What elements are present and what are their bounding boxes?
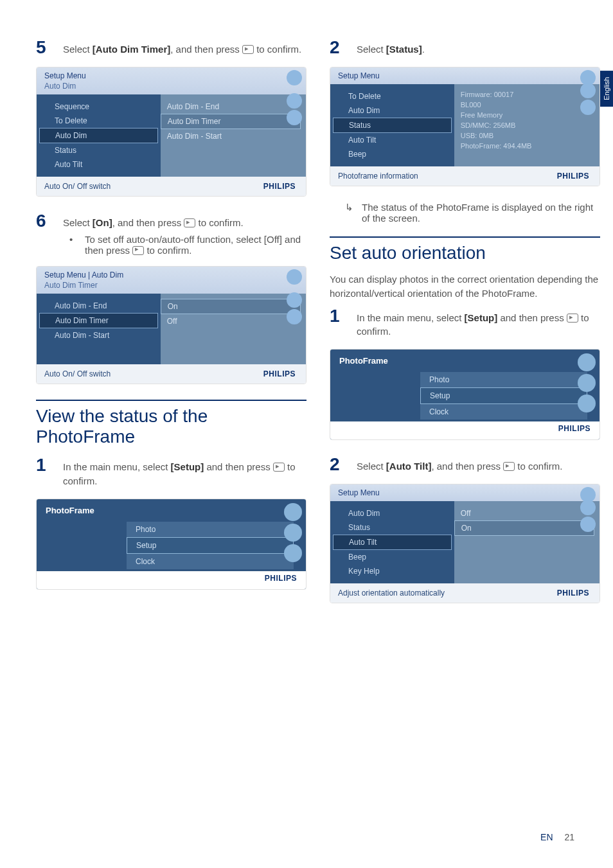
step-text: In the main menu, select [Setup] and the… (63, 456, 306, 488)
menu-item: Off (454, 506, 594, 520)
ss-breadcrumb: Setup Menu (44, 71, 298, 80)
philips-logo: PHILIPS (263, 182, 296, 191)
nav-icon (284, 524, 302, 542)
left-column: 5 Select [Auto Dim Timer], and then pres… (36, 39, 306, 619)
play-icon (287, 309, 302, 324)
screenshot-main-menu-1: PhotoFrame PhotoSetupClock PHILIPS (36, 499, 306, 590)
info-line: Firmware: 00017 (454, 89, 594, 100)
menu-item: Auto Dim (330, 103, 454, 118)
footer-page: 21 (564, 832, 574, 842)
menu-item: Auto Dim Timer (161, 114, 301, 129)
philips-logo: PHILIPS (265, 574, 297, 583)
menu-item: Auto Dim Timer (39, 313, 158, 328)
ss-footer-text: Auto On/ Off switch (44, 182, 111, 191)
info-line: BL000 (454, 100, 594, 110)
nav-icon (580, 500, 596, 515)
main-menu-item: Clock (127, 554, 294, 569)
ss-breadcrumb: Setup Menu (338, 488, 592, 497)
power-icon (287, 269, 302, 285)
step-text: Select [Auto Dim Timer], and then press … (63, 39, 306, 57)
main-menu-item: Photo (420, 372, 587, 387)
menu-item: Auto Tilt (333, 535, 452, 550)
ss-subtitle: Auto Dim (44, 82, 298, 91)
language-tab: English (600, 71, 613, 107)
step-number: 6 (36, 212, 63, 230)
power-icon (578, 353, 596, 371)
intro-text: You can display photos in the correct or… (330, 272, 600, 301)
screenshot-main-menu-2: PhotoFrame PhotoSetupClock PHILIPS (330, 349, 600, 440)
menu-item: Auto Tilt (330, 133, 454, 147)
info-line: PhotoFrame: 494.4MB (454, 141, 594, 151)
confirm-icon (242, 45, 254, 54)
ss-title: PhotoFrame (37, 499, 306, 522)
step-number: 2 (330, 39, 357, 57)
play-icon (287, 110, 302, 125)
menu-item: Beep (330, 550, 454, 564)
step-view-1: 1 In the main menu, select [Setup] and t… (36, 456, 306, 488)
confirm-icon (184, 218, 195, 227)
confirm-icon (567, 314, 578, 323)
confirm-icon (503, 462, 515, 471)
screenshot-autodim-timer: Setup Menu Auto Dim SequenceTo DeleteAut… (36, 67, 306, 197)
power-icon (287, 70, 302, 85)
heading-auto-orientation: Set auto orientation (330, 236, 600, 263)
ss-footer-text: Auto On/ Off switch (44, 369, 111, 378)
step-6: 6 Select [On], and then press to confirm… (36, 212, 306, 230)
play-icon (580, 100, 596, 115)
step-number: 2 (330, 456, 357, 474)
menu-item: To Delete (330, 89, 454, 103)
menu-item: Status (37, 143, 161, 157)
philips-logo: PHILIPS (263, 369, 296, 378)
screenshot-auto-tilt: Setup Menu Auto DimStatusAuto TiltBeepKe… (330, 484, 600, 603)
menu-item: Auto Dim (330, 506, 454, 520)
menu-item: On (454, 520, 594, 536)
menu-item: Off (161, 314, 301, 328)
philips-logo: PHILIPS (557, 589, 589, 598)
ss-subtitle: Auto Dim Timer (44, 281, 298, 290)
menu-item: Status (330, 520, 454, 535)
step-number: 1 (330, 307, 357, 339)
screenshot-status: Setup Menu To DeleteAuto DimStatusAuto T… (330, 67, 600, 186)
menu-item: Sequence (37, 100, 161, 114)
step-text: Select [Auto Tilt], and then press to co… (357, 456, 600, 474)
main-menu-item: Setup (420, 387, 587, 404)
step-text: In the main menu, select [Setup] and the… (357, 307, 600, 339)
play-icon (578, 394, 596, 412)
step-number: 1 (36, 456, 63, 488)
nav-icon (580, 83, 596, 98)
main-menu-item: Clock (420, 404, 587, 420)
menu-item: Auto Dim - Start (161, 129, 301, 143)
page-footer: EN 21 (540, 832, 574, 842)
main-menu-item: Setup (127, 537, 294, 554)
menu-item: To Delete (37, 114, 161, 128)
screenshot-on-off: Setup Menu | Auto Dim Auto Dim Timer Aut… (36, 266, 306, 384)
step-status-2: 2 Select [Status]. (330, 39, 600, 57)
menu-item: On (161, 299, 301, 314)
ss-title: PhotoFrame (330, 350, 600, 372)
step-number: 5 (36, 39, 63, 57)
step-orient-2: 2 Select [Auto Tilt], and then press to … (330, 456, 600, 474)
step-text: Select [Status]. (357, 39, 600, 57)
menu-item: Key Help (330, 564, 454, 578)
confirm-icon (273, 463, 285, 472)
footer-lang: EN (540, 832, 553, 842)
confirm-icon (132, 246, 144, 255)
nav-icon (287, 292, 302, 308)
menu-item: Auto Dim - Start (37, 328, 161, 342)
power-icon (284, 503, 302, 521)
heading-view-status: View the status of the PhotoFrame (36, 400, 306, 447)
step-5: 5 Select [Auto Dim Timer], and then pres… (36, 39, 306, 57)
philips-logo: PHILIPS (557, 172, 589, 181)
arrow-icon: ↳ (345, 202, 362, 224)
nav-icon (578, 374, 596, 392)
main-menu-item: Photo (127, 522, 294, 537)
nav-icon (287, 93, 302, 109)
info-line: USB: 0MB (454, 130, 594, 141)
bullet-off: • To set off auto-on/auto-off function, … (69, 234, 306, 256)
result-note: ↳ The status of the PhotoFrame is displa… (345, 202, 600, 224)
menu-item: Beep (330, 147, 454, 161)
ss-breadcrumb: Setup Menu | Auto Dim (44, 270, 298, 279)
step-text: Select [On], and then press to confirm. (63, 212, 306, 230)
philips-logo: PHILIPS (558, 424, 591, 433)
menu-item: Auto Dim - End (161, 100, 301, 114)
